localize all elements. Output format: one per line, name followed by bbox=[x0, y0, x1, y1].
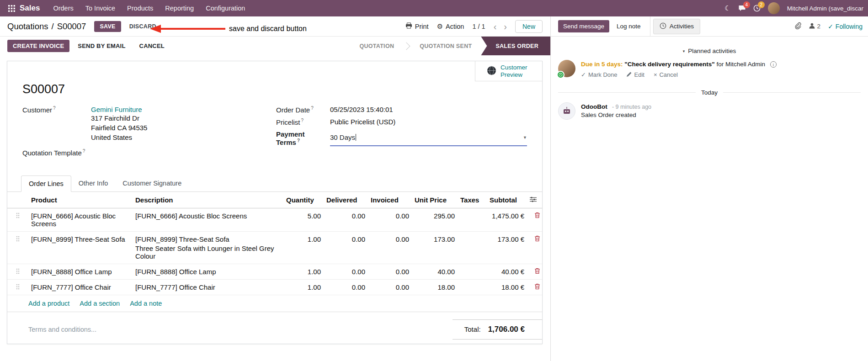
unit-price-cell[interactable]: 18.00 bbox=[412, 280, 458, 295]
order-line-row[interactable]: [FURN_8999] Three-Seat Sofa [FURN_8999] … bbox=[7, 232, 543, 264]
pager-next-icon[interactable]: › bbox=[504, 22, 507, 31]
message-author[interactable]: OdooBot bbox=[581, 103, 607, 110]
activities-clock-icon[interactable]: 2 bbox=[753, 5, 761, 12]
delete-line-icon[interactable] bbox=[534, 268, 540, 276]
product-cell[interactable]: [FURN_7777] Office Chair bbox=[28, 280, 133, 295]
order-line-row[interactable]: [FURN_7777] Office Chair [FURN_7777] Off… bbox=[7, 280, 543, 295]
invoiced-cell[interactable]: 0.00 bbox=[368, 264, 412, 280]
menu-products[interactable]: Products bbox=[121, 0, 159, 16]
user-name[interactable]: Mitchell Admin (save_discar bbox=[787, 5, 863, 12]
app-brand[interactable]: Sales bbox=[20, 4, 40, 13]
tab-customer-signature[interactable]: Customer Signature bbox=[115, 175, 189, 191]
moon-icon[interactable]: ☾ bbox=[724, 4, 730, 12]
tab-other-info[interactable]: Other Info bbox=[71, 175, 115, 191]
drag-handle-icon[interactable] bbox=[16, 268, 20, 276]
paperclip-icon[interactable] bbox=[794, 22, 801, 31]
drag-handle-icon[interactable] bbox=[16, 283, 20, 291]
menu-reporting[interactable]: Reporting bbox=[159, 0, 200, 16]
taxes-cell[interactable] bbox=[458, 280, 487, 295]
send-by-email-button[interactable]: SEND BY EMAIL bbox=[72, 40, 131, 52]
add-note-link[interactable]: Add a note bbox=[130, 300, 162, 307]
drag-handle-icon[interactable] bbox=[16, 235, 20, 243]
create-invoice-button[interactable]: CREATE INVOICE bbox=[7, 40, 69, 52]
stage-quotation[interactable]: QUOTATION bbox=[350, 37, 403, 55]
tab-order-lines[interactable]: Order Lines bbox=[21, 175, 71, 192]
following-button[interactable]: ✓ Following bbox=[828, 23, 863, 30]
cancel-order-button[interactable]: CANCEL bbox=[134, 40, 170, 52]
user-avatar[interactable] bbox=[768, 2, 780, 14]
delivered-cell[interactable]: 0.00 bbox=[324, 208, 368, 232]
stage-quotation-sent[interactable]: QUOTATION SENT bbox=[410, 37, 481, 55]
col-invoiced[interactable]: Invoiced bbox=[368, 192, 412, 208]
mark-done-button[interactable]: ✓ Mark Done bbox=[581, 71, 617, 78]
send-message-button[interactable]: Send message bbox=[558, 20, 609, 32]
log-note-button[interactable]: Log note bbox=[611, 20, 646, 32]
pricelist-field[interactable]: Public Pricelist (USD) bbox=[330, 118, 395, 126]
invoiced-cell[interactable]: 0.00 bbox=[368, 208, 412, 232]
new-button[interactable]: New bbox=[515, 20, 543, 33]
menu-orders[interactable]: Orders bbox=[47, 0, 79, 16]
planned-activities-header[interactable]: ▾ Planned activities bbox=[558, 48, 861, 54]
delete-line-icon[interactable] bbox=[534, 283, 540, 291]
col-quantity[interactable]: Quantity bbox=[283, 192, 324, 208]
optional-columns-icon[interactable] bbox=[527, 192, 543, 208]
delivered-cell[interactable]: 0.00 bbox=[324, 264, 368, 280]
quantity-cell[interactable]: 1.00 bbox=[283, 232, 324, 264]
invoiced-cell[interactable]: 0.00 bbox=[368, 232, 412, 264]
product-cell[interactable]: [FURN_8999] Three-Seat Sofa bbox=[28, 232, 133, 264]
order-date-field[interactable]: 05/25/2023 15:40:01 bbox=[330, 106, 393, 114]
dropdown-caret-icon[interactable]: ▼ bbox=[523, 135, 527, 140]
followers-button[interactable]: 2 bbox=[809, 22, 821, 31]
activities-tab[interactable]: Activities bbox=[653, 19, 700, 34]
order-line-row[interactable]: [FURN_8888] Office Lamp [FURN_8888] Offi… bbox=[7, 264, 543, 280]
product-cell[interactable]: [FURN_8888] Office Lamp bbox=[28, 264, 133, 280]
order-line-row[interactable]: [FURN_6666] Acoustic Bloc Screens [FURN_… bbox=[7, 208, 543, 232]
col-subtotal[interactable]: Subtotal bbox=[487, 192, 527, 208]
customer-link[interactable]: Gemini Furniture bbox=[91, 106, 142, 113]
messages-icon[interactable]: 4 bbox=[738, 5, 746, 12]
description-cell[interactable]: [FURN_6666] Acoustic Bloc Screens bbox=[133, 208, 283, 232]
quantity-cell[interactable]: 1.00 bbox=[283, 280, 324, 295]
col-product[interactable]: Product bbox=[28, 192, 133, 208]
taxes-cell[interactable] bbox=[458, 208, 487, 232]
col-taxes[interactable]: Taxes bbox=[458, 192, 487, 208]
description-cell[interactable]: [FURN_8999] Three-Seat Sofa Three Seater… bbox=[133, 232, 283, 264]
taxes-cell[interactable] bbox=[458, 264, 487, 280]
delivered-cell[interactable]: 0.00 bbox=[324, 280, 368, 295]
unit-price-cell[interactable]: 173.00 bbox=[412, 232, 458, 264]
unit-price-cell[interactable]: 40.00 bbox=[412, 264, 458, 280]
add-section-link[interactable]: Add a section bbox=[80, 300, 120, 307]
breadcrumb-quotations[interactable]: Quotations bbox=[7, 21, 48, 32]
customer-preview-button[interactable]: Customer Preview bbox=[475, 61, 542, 81]
product-cell[interactable]: [FURN_6666] Acoustic Bloc Screens bbox=[28, 208, 133, 232]
menu-configuration[interactable]: Configuration bbox=[200, 0, 251, 16]
cancel-activity-button[interactable]: × Cancel bbox=[654, 71, 678, 78]
terms-placeholder[interactable]: Terms and conditions... bbox=[28, 326, 96, 333]
edit-activity-button[interactable]: Edit bbox=[626, 71, 644, 78]
unit-price-cell[interactable]: 295.00 bbox=[412, 208, 458, 232]
invoiced-cell[interactable]: 0.00 bbox=[368, 280, 412, 295]
menu-to-invoice[interactable]: To Invoice bbox=[80, 0, 121, 16]
quantity-cell[interactable]: 1.00 bbox=[283, 264, 324, 280]
drag-handle-icon[interactable] bbox=[16, 212, 20, 220]
apps-grid-icon[interactable] bbox=[5, 5, 19, 12]
taxes-cell[interactable] bbox=[458, 232, 487, 264]
discard-button[interactable]: DISCARD bbox=[125, 21, 161, 32]
action-button[interactable]: ⚙ Action bbox=[437, 22, 464, 31]
quantity-cell[interactable]: 5.00 bbox=[283, 208, 324, 232]
add-product-link[interactable]: Add a product bbox=[28, 300, 69, 307]
description-cell[interactable]: [FURN_7777] Office Chair bbox=[133, 280, 283, 295]
payment-terms-input[interactable]: 30 Days ▼ bbox=[330, 130, 527, 146]
delete-line-icon[interactable] bbox=[534, 212, 540, 220]
print-button[interactable]: Print bbox=[405, 22, 429, 30]
info-icon[interactable]: i bbox=[770, 61, 777, 68]
delete-line-icon[interactable] bbox=[534, 235, 540, 243]
col-delivered[interactable]: Delivered bbox=[324, 192, 368, 208]
description-cell[interactable]: [FURN_8888] Office Lamp bbox=[133, 264, 283, 280]
save-button[interactable]: SAVE bbox=[94, 21, 121, 32]
pager-prev-icon[interactable]: ‹ bbox=[494, 22, 497, 31]
col-description[interactable]: Description bbox=[133, 192, 283, 208]
stage-sales-order[interactable]: SALES ORDER bbox=[481, 37, 550, 55]
delivered-cell[interactable]: 0.00 bbox=[324, 232, 368, 264]
col-unit-price[interactable]: Unit Price bbox=[412, 192, 458, 208]
